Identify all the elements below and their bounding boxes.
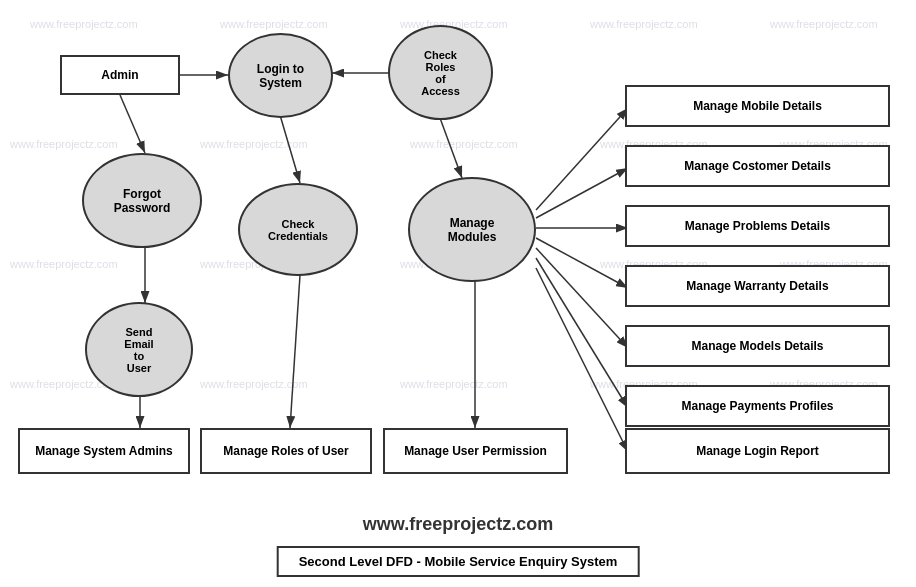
manage-problems-details-box: Manage Problems Details (625, 205, 890, 247)
svg-line-8 (290, 275, 300, 428)
watermark-17: www.freeprojectz.com (200, 378, 308, 390)
watermark-18: www.freeprojectz.com (400, 378, 508, 390)
svg-line-16 (536, 268, 628, 452)
watermark-2: www.freeprojectz.com (220, 18, 328, 30)
check-credentials-circle: Check Credentials (238, 183, 358, 276)
footer-title: Second Level DFD - Mobile Service Enquir… (277, 546, 640, 577)
svg-line-14 (536, 248, 628, 348)
check-roles-access-circle: Check Roles of Access (388, 25, 493, 120)
watermark-1: www.freeprojectz.com (30, 18, 138, 30)
forgot-password-circle: Forgot Password (82, 153, 202, 248)
manage-models-details-box: Manage Models Details (625, 325, 890, 367)
watermark-7: www.freeprojectz.com (200, 138, 308, 150)
svg-line-4 (440, 118, 462, 178)
watermark-5: www.freeprojectz.com (770, 18, 878, 30)
svg-line-15 (536, 258, 628, 408)
watermark-4: www.freeprojectz.com (590, 18, 698, 30)
login-to-system-circle: Login to System (228, 33, 333, 118)
manage-customer-details-box: Manage Costomer Details (625, 145, 890, 187)
manage-roles-user-box: Manage Roles of User (200, 428, 372, 474)
svg-line-11 (536, 168, 628, 218)
manage-login-report-box: Manage Login Report (625, 428, 890, 474)
svg-line-3 (280, 115, 300, 183)
watermark-8: www.freeprojectz.com (410, 138, 518, 150)
manage-system-admins-box: Manage System Admins (18, 428, 190, 474)
manage-warranty-details-box: Manage Warranty Details (625, 265, 890, 307)
manage-modules-circle: Manage Modules (408, 177, 536, 282)
svg-line-13 (536, 238, 628, 288)
manage-mobile-details-box: Manage Mobile Details (625, 85, 890, 127)
admin-box: Admin (60, 55, 180, 95)
watermark-11: www.freeprojectz.com (10, 258, 118, 270)
watermark-6: www.freeprojectz.com (10, 138, 118, 150)
manage-user-permission-box: Manage User Permission (383, 428, 568, 474)
svg-line-2 (120, 95, 145, 153)
manage-payments-profiles-box: Manage Payments Profiles (625, 385, 890, 427)
svg-line-10 (536, 108, 628, 210)
footer-watermark: www.freeprojectz.com (0, 514, 916, 535)
send-email-circle: Send Email to User (85, 302, 193, 397)
